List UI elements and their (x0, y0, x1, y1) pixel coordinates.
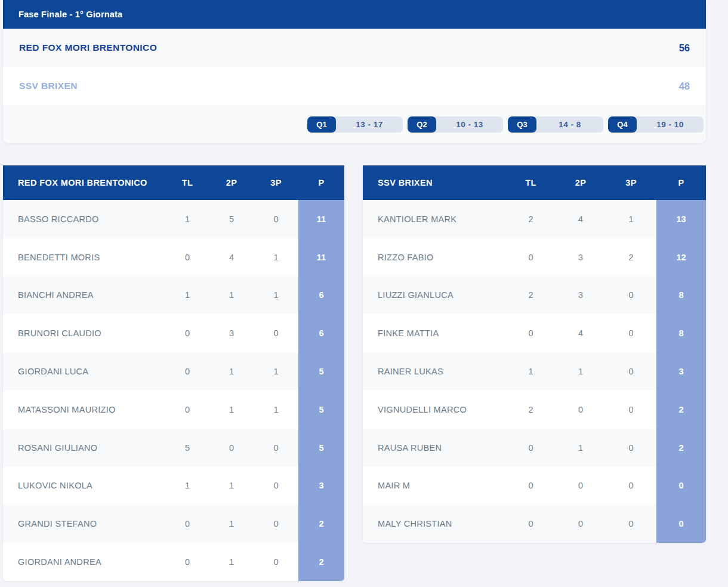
table-row: BENEDETTI MORIS 0 4 1 11 (3, 238, 344, 276)
table-row: MAIR M 0 0 0 0 (363, 467, 706, 505)
stat-2p: 3 (556, 290, 606, 300)
player-name: LIUZZI GIANLUCA (363, 290, 506, 300)
away-stats-table: SSV BRIXEN TL 2P 3P P KANTIOLER MARK 2 4… (363, 165, 706, 543)
table-team-name: SSV BRIXEN (363, 178, 506, 188)
stat-tl: 2 (506, 405, 556, 414)
quarter-label-badge: Q4 (608, 116, 637, 133)
table-row: KANTIOLER MARK 2 4 1 13 (363, 200, 706, 238)
stat-3p: 2 (606, 253, 656, 262)
stat-2p: 4 (556, 214, 606, 224)
stat-points: 12 (656, 238, 706, 276)
stat-tl: 0 (506, 443, 556, 453)
table-row: GRANDI STEFANO 0 1 0 2 (3, 505, 344, 543)
stat-3p: 0 (606, 328, 656, 338)
col-header-3p: 3P (254, 178, 298, 188)
player-name: BENEDETTI MORIS (3, 253, 165, 262)
quarter-chip[interactable]: Q3 14 - 8 (508, 116, 603, 133)
player-name: MATASSONI MAURIZIO (3, 405, 165, 414)
stat-points: 11 (298, 238, 344, 276)
stat-3p: 0 (606, 290, 656, 300)
stat-tl: 1 (165, 214, 209, 224)
stat-2p: 1 (209, 290, 254, 300)
away-team-score: 48 (679, 81, 690, 92)
stat-tl: 0 (506, 328, 556, 338)
quarter-chip[interactable]: Q4 19 - 10 (608, 116, 704, 133)
stat-2p: 1 (209, 519, 254, 528)
quarter-label-badge: Q3 (508, 116, 536, 133)
quarter-label-badge: Q1 (307, 116, 336, 133)
home-stats-table: RED FOX MORI BRENTONICO TL 2P 3P P BASSO… (3, 165, 344, 581)
stat-3p: 0 (606, 367, 656, 376)
quarters-row: Q1 13 - 17 Q2 10 - 13 Q3 14 - 8 Q4 19 - … (3, 105, 706, 143)
match-card-title-bar: Fase Finale - 1° Giornata (3, 0, 706, 29)
page: Fase Finale - 1° Giornata RED FOX MORI B… (0, 0, 728, 587)
table-row: RIZZO FABIO 0 3 2 12 (363, 238, 706, 276)
away-team-name: SSV BRIXEN (19, 81, 78, 91)
stat-3p: 0 (254, 328, 298, 338)
quarter-score: 14 - 8 (536, 116, 603, 133)
stat-tl: 1 (506, 367, 556, 376)
stat-2p: 3 (556, 253, 606, 262)
stat-3p: 0 (254, 214, 298, 224)
col-header-p: P (656, 178, 706, 188)
stat-3p: 0 (606, 481, 656, 490)
stat-3p: 0 (254, 443, 298, 453)
stat-points: 5 (298, 429, 344, 467)
quarter-chip[interactable]: Q2 10 - 13 (408, 116, 503, 133)
stat-2p: 1 (556, 367, 606, 376)
table-row: ROSANI GIULIANO 5 0 0 5 (3, 429, 344, 467)
stat-points: 8 (656, 314, 706, 352)
col-header-tl: TL (506, 178, 556, 188)
stat-2p: 0 (209, 443, 254, 453)
stat-tl: 0 (165, 328, 209, 338)
table-row: RAINER LUKAS 1 1 0 3 (363, 352, 706, 391)
home-stats-table-header: RED FOX MORI BRENTONICO TL 2P 3P P (3, 165, 344, 200)
table-team-name: RED FOX MORI BRENTONICO (3, 178, 165, 188)
stat-points: 0 (656, 467, 706, 505)
stat-2p: 0 (556, 519, 606, 528)
stat-points: 2 (656, 429, 706, 467)
stat-tl: 5 (165, 443, 209, 453)
stat-3p: 1 (254, 290, 298, 300)
quarter-score: 10 - 13 (436, 116, 503, 133)
team-row-away: SSV BRIXEN 48 (3, 67, 706, 105)
stat-3p: 0 (254, 481, 298, 490)
quarter-chip[interactable]: Q1 13 - 17 (307, 116, 403, 133)
stat-points: 5 (298, 352, 344, 391)
col-header-p: P (298, 178, 344, 188)
stat-2p: 1 (209, 481, 254, 490)
stat-points: 11 (298, 200, 344, 238)
player-name: GRANDI STEFANO (3, 519, 165, 528)
stat-3p: 1 (254, 367, 298, 376)
stat-points: 5 (298, 391, 344, 429)
stat-tl: 0 (506, 481, 556, 490)
stat-points: 2 (298, 505, 344, 543)
table-row: GIORDANI LUCA 0 1 1 5 (3, 352, 344, 391)
col-header-2p: 2P (556, 178, 606, 188)
col-header-3p: 3P (606, 178, 656, 188)
player-name: KANTIOLER MARK (363, 214, 506, 224)
table-row: MATASSONI MAURIZIO 0 1 1 5 (3, 391, 344, 429)
stat-points: 8 (656, 276, 706, 315)
stat-points: 6 (298, 314, 344, 352)
stat-points: 13 (656, 200, 706, 238)
stat-2p: 0 (556, 405, 606, 414)
stat-3p: 1 (606, 214, 656, 224)
away-stats-table-header: SSV BRIXEN TL 2P 3P P (363, 165, 706, 200)
player-name: RAINER LUKAS (363, 367, 506, 376)
stat-3p: 1 (254, 253, 298, 262)
home-team-score: 56 (679, 42, 690, 54)
stat-tl: 0 (165, 557, 209, 567)
quarter-score: 19 - 10 (637, 116, 704, 133)
stat-points: 6 (298, 276, 344, 315)
stat-tl: 2 (506, 214, 556, 224)
table-row: BASSO RICCARDO 1 5 0 11 (3, 200, 344, 238)
quarter-label-badge: Q2 (408, 116, 436, 133)
player-name: RAUSA RUBEN (363, 443, 506, 453)
stat-tl: 0 (506, 253, 556, 262)
stat-2p: 1 (209, 557, 254, 567)
player-name: BIANCHI ANDREA (3, 290, 165, 300)
stat-3p: 1 (254, 405, 298, 414)
stat-3p: 0 (254, 557, 298, 567)
table-row: RAUSA RUBEN 0 1 0 2 (363, 429, 706, 467)
